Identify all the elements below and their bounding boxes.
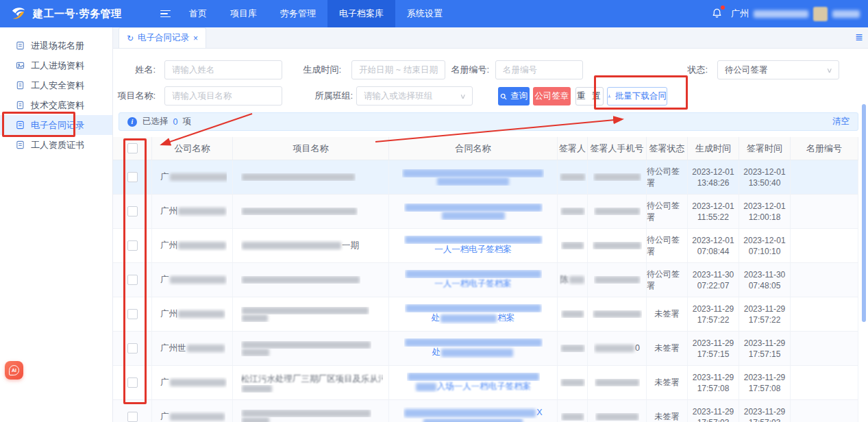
redacted-blur — [178, 310, 225, 318]
column-header[interactable]: 公司名称 — [152, 137, 233, 160]
clear-selection-link[interactable]: 清空 — [832, 116, 850, 127]
row-checkbox[interactable] — [127, 206, 138, 216]
roster-no-cell — [791, 332, 858, 365]
name-input[interactable] — [164, 60, 282, 79]
company-cell: 广 — [152, 263, 233, 297]
row-checkbox[interactable] — [127, 240, 138, 251]
signer-cell — [558, 195, 588, 228]
status-selected-value: 待公司签署 — [725, 64, 768, 76]
row-checkbox[interactable] — [127, 377, 138, 388]
column-header[interactable]: 签署时间 — [739, 137, 791, 160]
redacted-blur — [596, 413, 638, 421]
date-range-input[interactable]: 开始日期 ~ 结束日期 — [351, 60, 445, 79]
column-header[interactable]: 生成时间 — [688, 137, 739, 160]
batch-download-button[interactable]: 批量下载合同 — [607, 87, 667, 106]
project-cell: 松江污水处理厂三期厂区项目及乐从污水处理厂 — [233, 366, 389, 399]
avatar[interactable] — [813, 7, 828, 21]
project-cell — [233, 332, 389, 365]
project-name-input[interactable] — [164, 86, 282, 106]
signer-cell — [558, 400, 588, 422]
nav-item-labor[interactable]: 劳务管理 — [269, 0, 327, 27]
close-tab-icon[interactable]: × — [193, 34, 198, 42]
collapse-menu-icon[interactable] — [160, 10, 171, 18]
roster-no-cell — [791, 229, 858, 262]
contract-link[interactable] — [389, 160, 558, 194]
table-row[interactable]: 广一人一档电子签档案陈待公司签署2023-11-3007:22:072023-1… — [113, 263, 858, 297]
table-row[interactable]: 广州世处0未签署2023-11-2917:57:152023-11-2917:5… — [113, 332, 858, 366]
table-row[interactable]: 广X未签署2023-11-2917:57:032023-11-2917:57:0… — [113, 400, 858, 422]
row-checkbox[interactable] — [127, 343, 138, 353]
checkbox-cell — [113, 400, 152, 422]
sidebar-item-entry-materials[interactable]: 工人进场资料 — [0, 55, 112, 75]
contract-link[interactable]: 入场一人一档电子签档案 — [389, 366, 558, 399]
table-row[interactable]: 广待公司签署2023-12-0113:48:262023-12-0113:50:… — [113, 160, 858, 195]
column-header[interactable]: 签署状态 — [647, 137, 688, 160]
nav-item-settings[interactable]: 系统设置 — [395, 0, 454, 27]
signer-cell — [558, 229, 588, 262]
sidebar-item-roster[interactable]: 进退场花名册 — [0, 36, 112, 55]
column-header[interactable]: 签署人手机号 — [588, 137, 647, 160]
status-select[interactable]: 待公司签署 ∨ — [717, 60, 839, 79]
tab-econtract-records[interactable]: ↻ 电子合同记录 × — [119, 27, 206, 48]
reset-button[interactable]: 重 置 — [575, 87, 604, 106]
checkbox-cell — [113, 229, 152, 262]
nav-item-earchive[interactable]: 电子档案库 — [327, 0, 395, 27]
project-cell: 一期 — [233, 229, 389, 262]
tab-options-icon[interactable]: ≣ — [855, 32, 863, 42]
column-header[interactable]: 项目名称 — [233, 137, 389, 160]
company-stamp-button[interactable]: 公司签章 — [533, 87, 571, 106]
roster-no-input[interactable] — [495, 60, 583, 79]
contract-link[interactable] — [389, 195, 558, 228]
sidebar-item-econtract[interactable]: 电子合同记录 — [0, 115, 112, 135]
contract-link[interactable]: 处档案 — [389, 297, 558, 331]
contract-link[interactable]: X — [389, 400, 558, 422]
team-select[interactable]: 请输入或选择班组 ∨ — [356, 86, 473, 106]
roster-no-cell — [791, 195, 858, 228]
sidebar-item-certificates[interactable]: 工人资质证书 — [0, 135, 112, 155]
row-checkbox[interactable] — [127, 309, 138, 319]
chevron-down-icon: ∨ — [826, 66, 833, 74]
region-label: 广州 — [731, 8, 749, 20]
contract-link[interactable]: 一人一档电子签档案 — [389, 229, 558, 262]
table-row[interactable]: 广州一期一人一档电子签档案待公司签署2023-12-0107:08:442023… — [113, 229, 858, 263]
nav-item-home[interactable]: 首页 — [177, 0, 219, 27]
table-row[interactable]: 广州处档案未签署2023-11-2917:57:222023-11-2917:5… — [113, 297, 858, 332]
table-row[interactable]: 广松江污水处理厂三期厂区项目及乐从污水处理厂入场一人一档电子签档案未签署2023… — [113, 366, 858, 400]
roster-no-cell — [791, 400, 858, 422]
row-checkbox[interactable] — [127, 412, 138, 422]
redacted-blur — [593, 242, 641, 249]
column-header[interactable]: 签署人 — [558, 137, 588, 160]
text-fragment: 一人一档电子签档案 — [434, 278, 512, 290]
text-fragment: 广州 — [160, 308, 177, 320]
ai-assistant-button[interactable]: AI — [5, 361, 23, 380]
redacted-blur — [242, 307, 369, 314]
row-checkbox[interactable] — [127, 275, 138, 285]
refresh-icon[interactable]: ↻ — [127, 34, 134, 42]
sidebar-item-tech-disclosure[interactable]: 技术交底资料 — [0, 95, 112, 115]
signed-time-cell: 2023-11-2917:57:22 — [739, 297, 791, 331]
text-fragment: 广 — [160, 377, 169, 388]
column-header[interactable]: 名册编号 — [791, 137, 858, 160]
column-header[interactable]: 合同名称 — [389, 137, 558, 160]
search-button[interactable]: 查询 — [498, 87, 530, 106]
ai-bubble-icon: AI — [9, 365, 19, 375]
sidebar-item-safety[interactable]: 工人安全资料 — [0, 75, 112, 95]
app-title: 建工一号·劳务管理 — [33, 8, 122, 21]
nav-item-projects[interactable]: 项目库 — [219, 0, 269, 27]
redacted-blur — [406, 304, 541, 312]
redacted-blur — [569, 276, 584, 284]
phone-cell — [588, 195, 647, 228]
select-all-checkbox[interactable] — [127, 143, 138, 153]
row-checkbox[interactable] — [127, 172, 138, 182]
signer-cell: 陈 — [558, 263, 588, 297]
sign-status-cell: 未签署 — [647, 400, 688, 422]
table-row[interactable]: 广州待公司签署2023-12-0111:55:222023-12-0112:00… — [113, 195, 858, 229]
text-fragment: 广 — [160, 171, 169, 183]
notification-bell-icon[interactable] — [712, 8, 722, 21]
image-icon — [16, 61, 25, 70]
vertical-scrollbar[interactable] — [862, 104, 866, 322]
contract-link[interactable]: 一人一档电子签档案 — [389, 263, 558, 297]
contract-link[interactable]: 处 — [389, 332, 558, 365]
redacted-blur — [242, 341, 371, 349]
sidebar-item-label: 工人进场资料 — [31, 60, 84, 72]
